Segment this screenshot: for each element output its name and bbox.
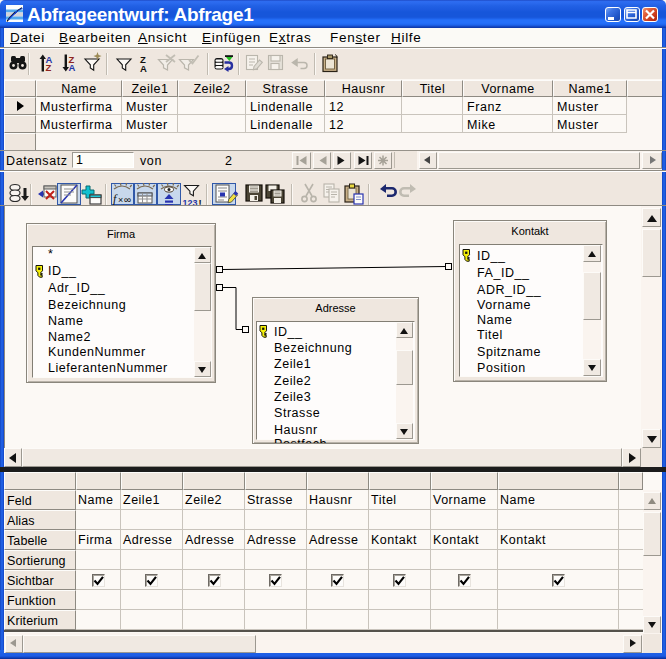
svg-text:Z: Z [46,62,52,73]
svg-text:A: A [140,63,147,74]
svg-text:∞: ∞ [124,194,131,205]
svg-text:A: A [69,62,76,73]
svg-text:×: × [118,195,123,205]
